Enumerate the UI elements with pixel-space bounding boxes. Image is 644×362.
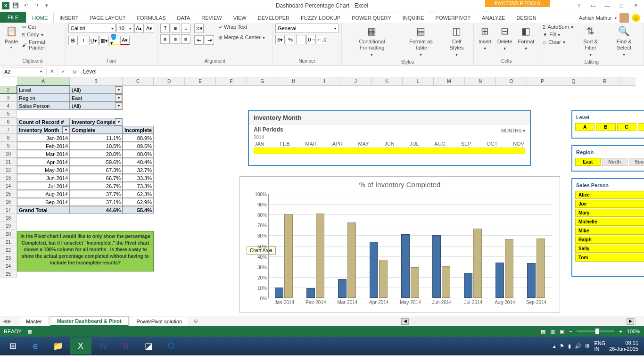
bar-incomplete[interactable]	[537, 239, 545, 298]
cell[interactable]: 89.5%	[123, 142, 154, 150]
bar-complete[interactable]	[432, 235, 441, 298]
font-size-combo[interactable]: 10 ▾	[116, 24, 133, 33]
row-header[interactable]: 6	[0, 118, 17, 126]
increase-font-icon[interactable]: A▴	[134, 24, 144, 33]
feedback-icon[interactable]: ☺	[632, 14, 640, 22]
cut-button[interactable]: ✂ Cut	[22, 24, 62, 30]
name-box[interactable]: A2▾	[2, 67, 44, 76]
horizontal-scrollbar[interactable]: ◀ ▶	[400, 318, 636, 325]
row-header[interactable]: 25	[0, 270, 17, 278]
slicer-item[interactable]: A	[575, 123, 594, 131]
ribbon-options-icon[interactable]: ▭	[586, 1, 600, 10]
col-header[interactable]: I	[309, 77, 340, 85]
cell[interactable]: 55.4%	[123, 206, 154, 214]
onenote-icon[interactable]: N	[115, 337, 137, 354]
col-header[interactable]: D	[154, 77, 185, 85]
col-header[interactable]: L	[403, 77, 434, 85]
row-header[interactable]: 21	[0, 238, 17, 246]
bar-complete[interactable]	[370, 242, 378, 298]
row-header[interactable]: 22	[0, 246, 17, 254]
row-header[interactable]: 23	[0, 254, 17, 262]
cell[interactable]: 40.4%	[123, 158, 154, 166]
cell[interactable]: 11.1%	[70, 134, 123, 142]
slicer-item[interactable]: Alice	[575, 191, 644, 199]
col-header[interactable]: G	[247, 77, 278, 85]
bar-complete[interactable]	[401, 234, 410, 298]
cell[interactable]: 37.7%	[70, 190, 123, 198]
underline-button[interactable]: U▾	[89, 36, 99, 45]
row-header[interactable]: 15	[0, 190, 17, 198]
align-center-icon[interactable]: ≡	[171, 34, 180, 44]
tab-view[interactable]: VIEW	[228, 13, 252, 23]
tab-data[interactable]: DATA	[172, 13, 196, 23]
tab-insert[interactable]: INSERT	[54, 13, 84, 23]
zoom-level[interactable]: 100%	[627, 329, 640, 334]
tray-lang[interactable]: ENGIN	[594, 340, 605, 352]
tab-file[interactable]: FILE	[0, 12, 26, 23]
row-header[interactable]: 14	[0, 182, 17, 190]
col-header[interactable]: K	[372, 77, 403, 85]
cell[interactable]: 44.6%	[70, 206, 123, 214]
cell[interactable]: 26.7%	[70, 182, 123, 190]
filter-dropdown-icon[interactable]: ▾	[115, 102, 122, 109]
tray-clock[interactable]: 08:1126-Jun-2015	[609, 340, 638, 352]
filter-dropdown-icon[interactable]: ▾	[115, 94, 122, 101]
slicer-region[interactable]: Region⌧EastNorthSouthWest	[571, 145, 644, 172]
format-as-table-button[interactable]: ▤Format as Table▾	[401, 24, 441, 58]
slicer-item[interactable]: C	[617, 123, 636, 131]
bar-complete[interactable]	[306, 288, 315, 298]
cell[interactable]: Count of Record #	[17, 118, 70, 126]
cell[interactable]: Jul-2014	[17, 182, 70, 190]
bar-incomplete[interactable]	[505, 239, 513, 298]
outlook-icon[interactable]: O	[160, 337, 182, 354]
row-header[interactable]: 17	[0, 206, 17, 214]
cell[interactable]: 10.5%	[70, 142, 123, 150]
maximize-icon[interactable]: □	[615, 1, 628, 10]
bar-incomplete[interactable]	[284, 214, 293, 298]
tray-flag-icon[interactable]: ⚑	[560, 343, 564, 349]
format-cells-button[interactable]: ◧Format▾	[516, 24, 537, 52]
row-header[interactable]: 10	[0, 150, 17, 158]
row-header[interactable]: 18	[0, 214, 17, 222]
col-header[interactable]: B	[70, 77, 123, 85]
col-header[interactable]: F	[216, 77, 247, 85]
minimize-icon[interactable]: —	[601, 1, 614, 10]
row-header[interactable]: 19	[0, 222, 17, 230]
app-icon[interactable]: ◪	[138, 337, 159, 354]
clear-button[interactable]: ◇ Clear ▾	[542, 39, 573, 45]
bar-complete[interactable]	[495, 263, 504, 298]
row-header[interactable]: 11	[0, 158, 17, 166]
zoom-out-icon[interactable]: −	[569, 329, 572, 334]
row-header[interactable]: 8	[0, 134, 17, 142]
col-header[interactable]: C	[123, 77, 154, 85]
align-bottom-icon[interactable]: ⤓	[181, 24, 190, 33]
cell[interactable]: 67.3%	[70, 166, 123, 174]
align-top-icon[interactable]: ⤒	[160, 24, 170, 33]
slicer-item[interactable]: South	[629, 158, 644, 166]
row-header[interactable]: 5	[0, 110, 17, 118]
tab-developer[interactable]: DEVELOPER	[252, 13, 295, 23]
paste-button[interactable]: 📋Paste▾	[3, 24, 20, 51]
pivot-chart[interactable]: % of Inventory CompletedChart Area0%10%2…	[239, 176, 560, 313]
slicer-item[interactable]: D	[638, 123, 644, 131]
tab-design[interactable]: DESIGN	[511, 13, 542, 23]
cell[interactable]: 62.3%	[123, 190, 154, 198]
filter-dropdown-icon[interactable]: ▾	[115, 118, 122, 125]
cell[interactable]: Feb-2014	[17, 142, 70, 150]
align-left-icon[interactable]: ≡	[160, 34, 170, 44]
cell[interactable]: 73.3%	[123, 182, 154, 190]
row-header[interactable]: 16	[0, 198, 17, 206]
enter-icon[interactable]: ✓	[58, 67, 69, 76]
increase-decimal-icon[interactable]: .0→	[306, 35, 316, 44]
bar-complete[interactable]	[338, 279, 347, 298]
sort-filter-button[interactable]: ⇅Sort & Filter▾	[576, 24, 606, 58]
tray-network-icon[interactable]: ▮	[568, 343, 571, 349]
fx-icon[interactable]: fx	[69, 67, 80, 76]
explorer-icon[interactable]: 📁	[47, 337, 69, 354]
col-header[interactable]: A	[17, 77, 70, 85]
bar-incomplete[interactable]	[411, 267, 419, 298]
cell[interactable]: Jun-2014	[17, 174, 70, 182]
cell[interactable]: 32.7%	[123, 166, 154, 174]
slicer-item[interactable]: Tom	[575, 254, 644, 262]
row-header[interactable]: 9	[0, 142, 17, 150]
